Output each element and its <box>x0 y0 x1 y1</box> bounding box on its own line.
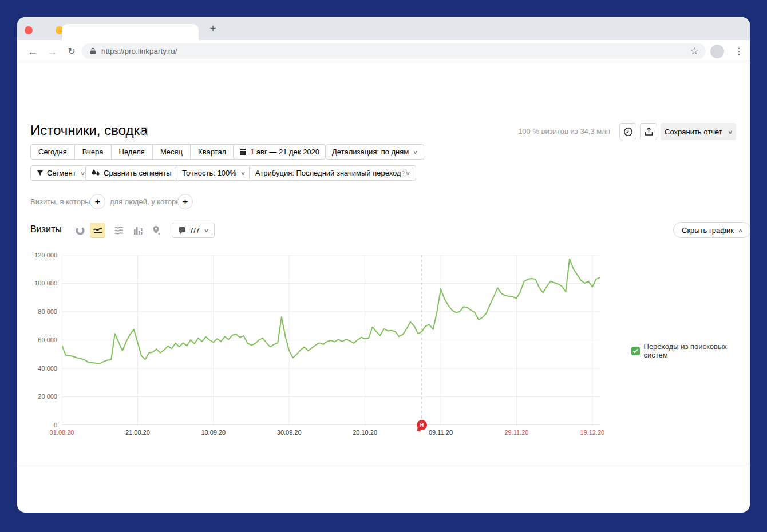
new-tab-button[interactable]: + <box>206 22 220 35</box>
save-report-label: Сохранить отчет <box>665 128 722 136</box>
chevron-down-icon: ∨ <box>728 129 733 134</box>
column-chart-view-button[interactable] <box>130 223 145 238</box>
browser-window: + ← → ↻ https://pro.linkparty.ru/ ☆ ⋮ Ис… <box>17 17 750 513</box>
y-tick-label: 0 <box>54 422 57 428</box>
calendar-grid-icon <box>239 148 247 156</box>
area-chart-view-button[interactable] <box>111 223 126 238</box>
tab-strip: + <box>17 17 750 40</box>
goals-count: 7/7 <box>189 226 200 235</box>
detail-label: Детализация: по дням <box>332 148 409 156</box>
compare-segments-button[interactable]: Сравнить сегменты ∨ <box>85 165 187 181</box>
date-range-value: 1 авг — 21 дек 2020 <box>250 148 319 156</box>
chevron-down-icon: ∨ <box>204 228 209 233</box>
forward-icon[interactable]: → <box>45 40 60 63</box>
add-visit-condition-button[interactable]: + <box>90 194 105 209</box>
compare-drops-icon <box>92 169 100 177</box>
clock-icon <box>623 127 633 137</box>
legend-item[interactable]: Переходы из поисковых систем <box>631 342 750 359</box>
pie-chart-icon <box>75 225 85 236</box>
page-title: Источники, сводка <box>30 122 148 138</box>
range-button[interactable]: Месяц <box>153 144 191 160</box>
browser-menu-icon[interactable]: ⋮ <box>732 40 746 63</box>
x-tick-label: 10.09.20 <box>201 429 226 436</box>
legend-checkbox-icon[interactable] <box>631 347 640 355</box>
compare-segments-label: Сравнить сегменты <box>104 169 172 177</box>
segment-button[interactable]: Сегмент ∨ <box>30 165 91 181</box>
range-button[interactable]: Вчера <box>75 144 112 160</box>
chevron-down-icon: ∨ <box>80 170 85 176</box>
goals-dropdown[interactable]: 7/7 ∨ <box>172 223 215 238</box>
legend-label: Переходы из поисковых систем <box>644 342 750 359</box>
x-tick-label: 20.10.20 <box>353 429 377 436</box>
range-button[interactable]: Сегодня <box>30 144 75 160</box>
range-button[interactable]: Неделя <box>112 144 153 160</box>
attribution-dropdown[interactable]: Атрибуция: Последний значимый переход ∨ <box>249 165 416 181</box>
line-chart-icon <box>93 227 102 234</box>
map-view-button[interactable] <box>149 223 164 238</box>
browser-tab[interactable] <box>62 24 199 40</box>
browser-toolbar: ← → ↻ https://pro.linkparty.ru/ ☆ ⋮ <box>17 40 750 63</box>
address-bar[interactable]: https://pro.linkparty.ru/ <box>82 43 706 59</box>
line-chart-view-button[interactable] <box>90 223 105 238</box>
x-tick-label: 29.11.20 <box>504 429 528 436</box>
sampling-info: 100 % визитов из 34,3 млн <box>418 127 610 136</box>
calendar-range-button[interactable]: 1 авг — 21 дек 2020 <box>233 144 326 160</box>
chart-plot[interactable] <box>62 255 600 425</box>
detail-dropdown[interactable]: Детализация: по дням ∨ <box>326 144 424 160</box>
y-tick-label: 100 000 <box>34 280 57 287</box>
avatar[interactable] <box>710 45 724 58</box>
attribution-label: Атрибуция: Последний значимый переход <box>255 169 401 177</box>
reload-icon[interactable]: ↻ <box>64 40 79 63</box>
map-pin-icon <box>152 225 161 235</box>
chevron-up-icon: ∧ <box>738 227 743 233</box>
save-report-button[interactable]: Сохранить отчет ∨ <box>661 123 736 140</box>
y-tick-label: 20 000 <box>38 393 57 400</box>
add-people-condition-button[interactable]: + <box>177 194 193 209</box>
back-icon[interactable]: ← <box>25 40 40 63</box>
history-button[interactable] <box>619 123 636 140</box>
y-tick-label: 80 000 <box>38 308 57 315</box>
bookmark-star-icon[interactable]: ☆ <box>687 40 702 63</box>
people-condition-label: для людей, у которых <box>110 197 185 206</box>
accuracy-dropdown[interactable]: Точность: 100% ∨ <box>176 165 251 181</box>
hide-chart-button[interactable]: Скрыть график ∧ <box>673 222 750 238</box>
x-tick-label: 01.08.20 <box>50 429 74 436</box>
x-tick-label: 21.08.20 <box>125 429 150 436</box>
chart-legend: Переходы из поисковых систем <box>631 342 750 359</box>
segment-label: Сегмент <box>47 169 76 177</box>
x-tick-label: 09.11.20 <box>429 429 453 436</box>
visits-condition-label: Визиты, в которых <box>30 197 94 206</box>
x-tick-label: 19.12.20 <box>580 429 604 436</box>
date-range-group: СегодняВчераНеделяМесяцКварталГод <box>30 144 262 160</box>
column-chart-icon <box>133 226 143 235</box>
y-tick-label: 60 000 <box>38 336 57 343</box>
stacked-waves-icon <box>114 226 124 235</box>
help-icon[interactable]: ? <box>399 169 408 177</box>
speech-bubble-icon <box>178 227 186 235</box>
metric-label: Визиты <box>30 224 62 235</box>
filter-icon <box>37 170 44 176</box>
y-tick-label: 40 000 <box>38 365 57 372</box>
hide-chart-label: Скрыть график <box>682 226 734 235</box>
y-axis-labels: 020 00040 00060 00080 000100 000120 000 <box>17 255 57 425</box>
y-tick-label: 120 000 <box>34 252 57 259</box>
lock-icon <box>90 47 96 55</box>
range-button[interactable]: Квартал <box>191 144 234 160</box>
chevron-down-icon: ∨ <box>413 149 418 155</box>
section-divider <box>17 464 750 464</box>
url-text: https://pro.linkparty.ru/ <box>101 47 177 55</box>
window-close-button[interactable] <box>25 26 33 34</box>
export-icon <box>644 127 654 137</box>
export-button[interactable] <box>640 123 657 140</box>
annotation-marker[interactable]: Н <box>417 420 427 430</box>
chevron-down-icon: ∨ <box>240 170 246 176</box>
x-axis-labels: 01.08.2021.08.2010.09.2030.09.2020.10.20… <box>62 429 600 438</box>
favorite-bookmark-icon[interactable] <box>141 127 148 136</box>
accuracy-label: Точность: 100% <box>182 169 236 177</box>
x-tick-label: 30.09.20 <box>277 429 302 436</box>
pie-chart-view-button[interactable] <box>72 223 88 238</box>
